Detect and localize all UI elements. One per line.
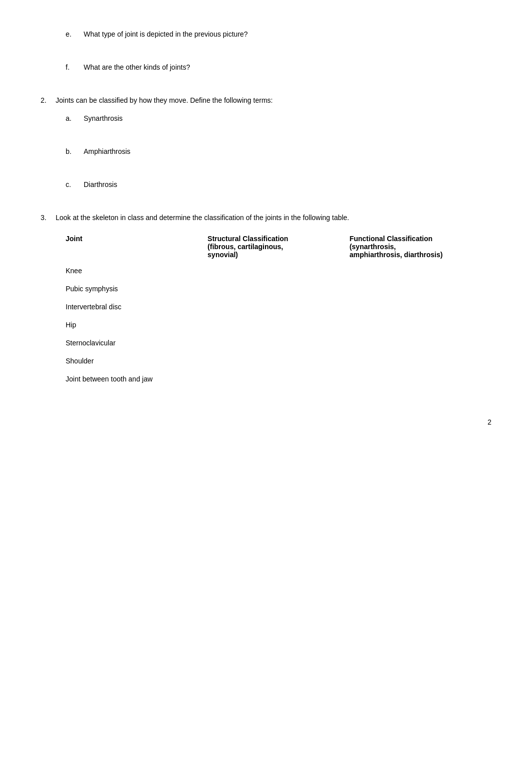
question-2-subs: a. Synarthrosis b. Amphiarthrosis c. Dia… xyxy=(66,114,491,188)
question-f-text: What are the other kinds of joints? xyxy=(84,63,190,71)
question-2: 2. Joints can be classified by how they … xyxy=(41,96,491,104)
joint-name: Intervertebral disc xyxy=(66,298,207,316)
question-2a-label: a. xyxy=(66,114,84,122)
question-3: 3. Look at the skeleton in class and det… xyxy=(41,214,491,222)
question-2b-label: b. xyxy=(66,147,84,155)
structural-classification xyxy=(207,262,349,280)
joint-table-section: Joint Structural Classification (fibrous… xyxy=(66,232,491,388)
question-2b: b. Amphiarthrosis xyxy=(66,147,491,155)
page-number: 2 xyxy=(41,418,491,426)
structural-classification xyxy=(207,352,349,370)
question-2b-text: Amphiarthrosis xyxy=(84,147,130,155)
question-2a: a. Synarthrosis xyxy=(66,114,491,122)
table-header-row: Joint Structural Classification (fibrous… xyxy=(66,232,491,262)
table-row: Sternoclavicular xyxy=(66,334,491,352)
structural-classification xyxy=(207,316,349,334)
question-2-block: 2. Joints can be classified by how they … xyxy=(41,96,491,188)
functional-classification xyxy=(350,298,491,316)
question-e: e. What type of joint is depicted in the… xyxy=(66,30,491,38)
functional-classification xyxy=(350,370,491,388)
question-e-block: e. What type of joint is depicted in the… xyxy=(66,30,491,71)
question-e-text: What type of joint is depicted in the pr… xyxy=(84,30,248,38)
question-2a-text: Synarthrosis xyxy=(84,114,123,122)
question-f: f. What are the other kinds of joints? xyxy=(66,63,491,71)
question-3-number: 3. xyxy=(41,214,56,222)
functional-classification xyxy=(350,334,491,352)
joint-name: Sternoclavicular xyxy=(66,334,207,352)
joint-name: Shoulder xyxy=(66,352,207,370)
question-2-text: Joints can be classified by how they mov… xyxy=(56,96,273,104)
col1-header: Joint xyxy=(66,232,207,262)
table-row: Shoulder xyxy=(66,352,491,370)
table-row: Intervertebral disc xyxy=(66,298,491,316)
functional-classification xyxy=(350,352,491,370)
structural-classification xyxy=(207,334,349,352)
table-row: Knee xyxy=(66,262,491,280)
question-2c: c. Diarthrosis xyxy=(66,180,491,188)
col3-header: Functional Classification (synarthrosis,… xyxy=(350,232,491,262)
question-3-text: Look at the skeleton in class and determ… xyxy=(56,214,349,222)
functional-classification xyxy=(350,280,491,298)
col2-header: Structural Classification (fibrous, cart… xyxy=(207,232,349,262)
joint-name: Pubic symphysis xyxy=(66,280,207,298)
question-2c-label: c. xyxy=(66,180,84,188)
question-2c-text: Diarthrosis xyxy=(84,180,117,188)
question-e-label: e. xyxy=(66,30,84,38)
page-content: e. What type of joint is depicted in the… xyxy=(41,30,491,426)
question-2-number: 2. xyxy=(41,96,56,104)
structural-classification xyxy=(207,280,349,298)
table-row: Hip xyxy=(66,316,491,334)
question-f-label: f. xyxy=(66,63,84,71)
table-body: KneePubic symphysisIntervertebral discHi… xyxy=(66,262,491,388)
joint-name: Knee xyxy=(66,262,207,280)
joint-name: Hip xyxy=(66,316,207,334)
question-3-block: 3. Look at the skeleton in class and det… xyxy=(41,214,491,388)
joint-name: Joint between tooth and jaw xyxy=(66,370,207,388)
structural-classification xyxy=(207,298,349,316)
table-row: Joint between tooth and jaw xyxy=(66,370,491,388)
table-row: Pubic symphysis xyxy=(66,280,491,298)
functional-classification xyxy=(350,316,491,334)
structural-classification xyxy=(207,370,349,388)
functional-classification xyxy=(350,262,491,280)
joint-classification-table: Joint Structural Classification (fibrous… xyxy=(66,232,491,388)
